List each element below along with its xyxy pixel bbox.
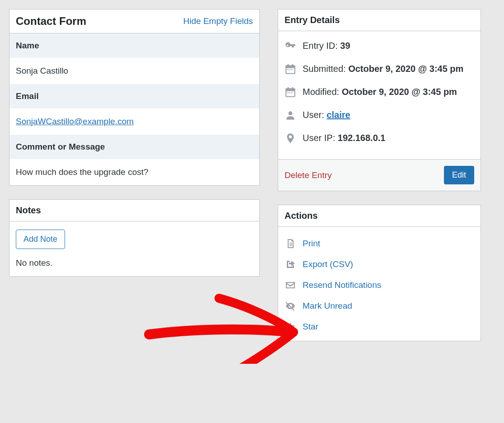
submitted-label: Submitted:	[303, 64, 348, 74]
user-ip-row: User IP: 192.168.0.1	[285, 132, 474, 145]
star-label: Star	[303, 322, 318, 332]
export-label: Export (CSV)	[303, 259, 353, 269]
actions-panel: Actions Print Export (CSV)	[278, 205, 481, 341]
user-ip-value: 192.168.0.1	[338, 133, 386, 143]
modified-label: Modified:	[303, 87, 342, 97]
edit-button[interactable]: Edit	[444, 166, 474, 184]
modified-row: Modified: October 9, 2020 @ 3:45 pm	[285, 85, 474, 99]
entry-details-header: Entry Details	[278, 9, 481, 31]
document-icon	[285, 238, 296, 249]
notes-panel: Notes Add Note No notes.	[9, 199, 260, 277]
actions-title: Actions	[285, 211, 317, 221]
modified-value: October 9, 2020 @ 3:45 pm	[342, 87, 457, 97]
entry-id-label: Entry ID:	[303, 41, 340, 51]
resend-label: Resend Notifications	[303, 280, 381, 290]
hide-empty-fields-link[interactable]: Hide Empty Fields	[183, 16, 253, 26]
star-action[interactable]: Star	[285, 316, 474, 337]
user-icon	[285, 109, 296, 121]
notes-header: Notes	[9, 200, 259, 221]
calendar-icon	[285, 63, 296, 75]
contact-form-header: Contact Form Hide Empty Fields	[9, 9, 259, 33]
contact-form-title: Contact Form	[16, 15, 86, 28]
calendar-icon	[285, 86, 296, 98]
eye-off-icon	[285, 300, 296, 312]
contact-form-panel: Contact Form Hide Empty Fields Name Sonj…	[9, 9, 260, 186]
add-note-button[interactable]: Add Note	[16, 230, 65, 249]
key-icon	[285, 40, 296, 52]
resend-notifications-action[interactable]: Resend Notifications	[285, 275, 474, 296]
email-field-value: SonjaWCastillo@example.com	[9, 108, 259, 135]
email-link[interactable]: SonjaWCastillo@example.com	[16, 117, 134, 126]
submitted-value: October 9, 2020 @ 3:45 pm	[348, 64, 463, 74]
print-action[interactable]: Print	[285, 233, 474, 254]
delete-entry-link[interactable]: Delete Entry	[285, 170, 332, 180]
entry-details-title: Entry Details	[285, 15, 340, 25]
email-field-label: Email	[9, 84, 259, 108]
notes-title: Notes	[16, 205, 41, 216]
actions-header: Actions	[278, 205, 481, 227]
envelope-icon	[285, 279, 296, 291]
entry-id-row: Entry ID: 39	[285, 39, 474, 52]
export-csv-action[interactable]: Export (CSV)	[285, 254, 474, 275]
name-field-label: Name	[9, 33, 259, 58]
print-label: Print	[303, 239, 320, 249]
star-icon	[285, 321, 296, 333]
submitted-row: Submitted: October 9, 2020 @ 3:45 pm	[285, 62, 474, 75]
name-field-value: Sonja Castillo	[9, 58, 259, 84]
user-link[interactable]: claire	[327, 110, 350, 120]
no-notes-text: No notes.	[16, 258, 253, 268]
user-label: User:	[303, 110, 327, 120]
comment-field-value: How much does the upgrade cost?	[9, 159, 259, 185]
mark-unread-action[interactable]: Mark Unread	[285, 296, 474, 316]
mark-unread-label: Mark Unread	[303, 301, 352, 311]
entry-details-panel: Entry Details Entry ID: 39 Sub	[278, 9, 481, 191]
user-ip-label: User IP:	[303, 133, 338, 143]
entry-id-value: 39	[340, 41, 350, 51]
export-icon	[285, 258, 296, 270]
entry-details-footer: Delete Entry Edit	[278, 159, 481, 191]
user-row: User: claire	[285, 108, 474, 122]
location-icon	[285, 132, 296, 144]
comment-field-label: Comment or Message	[9, 135, 259, 159]
